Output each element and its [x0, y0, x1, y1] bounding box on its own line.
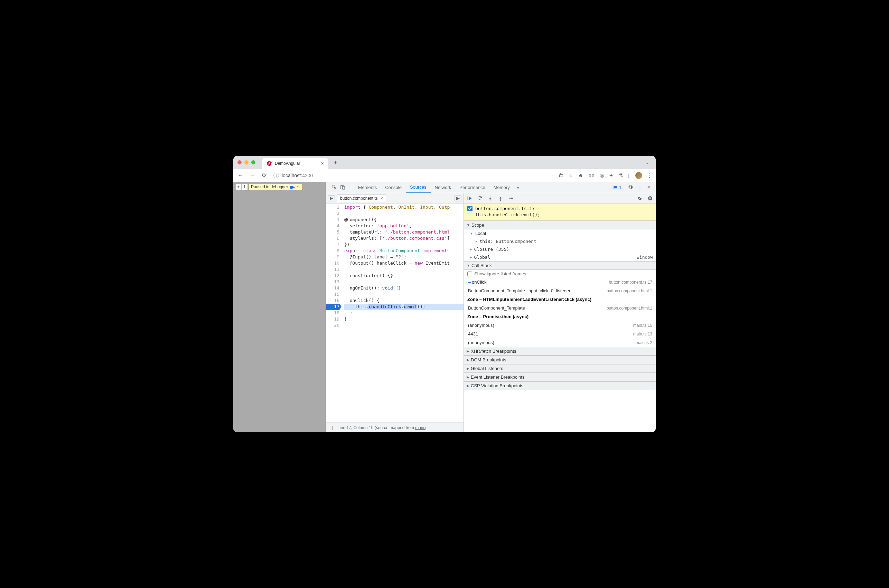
- line-number[interactable]: 16: [326, 297, 339, 304]
- code-line[interactable]: constructor() {}: [344, 273, 464, 279]
- code-line[interactable]: }): [344, 242, 464, 248]
- share-icon[interactable]: [559, 172, 564, 178]
- line-number[interactable]: 11: [326, 266, 339, 273]
- line-number[interactable]: 18: [326, 310, 339, 316]
- step-out-button[interactable]: [498, 195, 503, 201]
- browser-tab[interactable]: DemoAngular ×: [262, 158, 328, 169]
- line-number[interactable]: 8: [326, 248, 339, 254]
- code-line[interactable]: [344, 291, 464, 297]
- line-number[interactable]: 7: [326, 242, 339, 248]
- tab-close-button[interactable]: ×: [321, 160, 324, 166]
- editor-file-tab[interactable]: button.component.ts ×: [337, 195, 386, 202]
- deactivate-breakpoints-button[interactable]: [637, 195, 643, 201]
- devtools-tab-sources[interactable]: Sources: [406, 182, 431, 193]
- extensions-puzzle-icon[interactable]: ✦: [609, 172, 614, 178]
- extension-icon-2[interactable]: 👓: [588, 172, 595, 178]
- code-line[interactable]: templateUrl: './button.component.html: [344, 229, 464, 235]
- callstack-frame[interactable]: ButtonComponent_Templatebutton.component…: [464, 304, 656, 312]
- site-info-icon[interactable]: i: [273, 173, 279, 178]
- breakpoint-checkbox[interactable]: [467, 206, 473, 211]
- callstack-frame[interactable]: (anonymous)main.ts:15: [464, 321, 656, 330]
- code-line[interactable]: @Output() handleClick = new EventEmit: [344, 260, 464, 266]
- resume-button[interactable]: [467, 195, 472, 201]
- maximize-window-button[interactable]: [251, 160, 255, 165]
- close-window-button[interactable]: [237, 160, 242, 165]
- pause-on-exceptions-button[interactable]: [647, 195, 653, 201]
- line-number[interactable]: 15: [326, 291, 339, 297]
- address-bar[interactable]: i localhost:4200: [273, 173, 554, 178]
- code-line[interactable]: ngOnInit(): void {}: [344, 285, 464, 291]
- code-line[interactable]: [344, 279, 464, 285]
- line-number[interactable]: 14: [326, 285, 339, 291]
- browser-menu-icon[interactable]: ⋮: [647, 172, 652, 178]
- callstack-frame[interactable]: 4431main.ts:13: [464, 330, 656, 338]
- editor-tab-close-icon[interactable]: ×: [381, 196, 383, 201]
- line-number[interactable]: 3: [326, 217, 339, 223]
- line-number[interactable]: 6: [326, 235, 339, 242]
- back-button[interactable]: ←: [237, 172, 244, 178]
- code-line[interactable]: styleUrls: ['./button.component.css']: [344, 235, 464, 242]
- dom-breakpoints-header[interactable]: ▶DOM Breakpoints: [464, 356, 656, 364]
- callstack-frame[interactable]: (anonymous)main.js:2: [464, 338, 656, 347]
- devtools-tab-network[interactable]: Network: [431, 182, 455, 193]
- line-number[interactable]: 17: [326, 304, 339, 310]
- event-listener-breakpoints-header[interactable]: ▶Event Listener Breakpoints: [464, 373, 656, 381]
- minimize-window-button[interactable]: [244, 160, 249, 165]
- callstack-frame[interactable]: ➔onClickbutton.component.ts:17: [464, 278, 656, 286]
- step-over-button[interactable]: [477, 195, 482, 201]
- scope-section-header[interactable]: ▼ Scope: [464, 221, 656, 230]
- step-into-button[interactable]: [487, 195, 493, 201]
- code-line[interactable]: this.▸handleClick.▸emit();: [344, 304, 464, 310]
- pretty-print-icon[interactable]: { }: [329, 425, 333, 430]
- global-listeners-header[interactable]: ▶Global Listeners: [464, 364, 656, 373]
- zoom-plus-button[interactable]: +: [236, 184, 242, 190]
- device-toolbar-icon[interactable]: [340, 184, 345, 191]
- new-tab-button[interactable]: +: [331, 159, 340, 166]
- extension-icon-3[interactable]: ◎: [600, 172, 604, 178]
- line-number[interactable]: 1: [326, 204, 339, 210]
- reload-button[interactable]: ⟳: [260, 172, 268, 178]
- xhr-breakpoints-header[interactable]: ▶XHR/fetch Breakpoints: [464, 347, 656, 356]
- extension-icon-1[interactable]: ☻: [578, 172, 583, 178]
- ignore-listed-checkbox[interactable]: [467, 272, 472, 276]
- csp-breakpoints-header[interactable]: ▶CSP Violation Breakpoints: [464, 381, 656, 390]
- scope-closure-row[interactable]: ▶Closure (355): [464, 245, 656, 253]
- callstack-section-header[interactable]: ▼ Call Stack: [464, 261, 656, 270]
- labs-icon[interactable]: ⚗: [618, 172, 623, 178]
- line-number[interactable]: 9: [326, 254, 339, 260]
- code-line[interactable]: import { Component, OnInit, Input, Outp: [344, 204, 464, 210]
- settings-gear-icon[interactable]: [628, 184, 633, 191]
- sidepanel-icon[interactable]: ▯: [628, 172, 631, 178]
- callstack-frame[interactable]: ButtonComponent_Template_input_click_0_l…: [464, 286, 656, 295]
- code-line[interactable]: }: [344, 310, 464, 316]
- overlay-step-icon[interactable]: ↷: [297, 185, 300, 189]
- line-number[interactable]: 20: [326, 322, 339, 328]
- code-line[interactable]: }: [344, 316, 464, 322]
- scope-this-row[interactable]: ▶ this: ButtonComponent: [464, 237, 656, 245]
- line-number[interactable]: 2: [326, 210, 339, 217]
- forward-button[interactable]: →: [249, 172, 256, 178]
- devtools-tab-memory[interactable]: Memory: [490, 182, 514, 193]
- line-number[interactable]: 13: [326, 279, 339, 285]
- code-line[interactable]: selector: 'app-button',: [344, 223, 464, 229]
- devtools-tab-elements[interactable]: Elements: [354, 182, 381, 193]
- line-number[interactable]: 5: [326, 229, 339, 235]
- bookmark-star-icon[interactable]: ☆: [569, 172, 573, 178]
- code-editor[interactable]: 1234567891011121314151617181920 import {…: [326, 204, 464, 423]
- line-number[interactable]: 4: [326, 223, 339, 229]
- scope-local-header[interactable]: ▼Local: [464, 230, 656, 237]
- scope-global-row[interactable]: ▶Global Window: [464, 253, 656, 261]
- devtools-tab-performance[interactable]: Performance: [455, 182, 489, 193]
- code-line[interactable]: [344, 266, 464, 273]
- code-line[interactable]: [344, 322, 464, 328]
- run-snippet-icon[interactable]: ▶: [455, 195, 461, 201]
- line-number[interactable]: 12: [326, 273, 339, 279]
- devtools-menu-icon[interactable]: ⋮: [638, 185, 642, 190]
- ignore-listed-row[interactable]: Show ignore-listed frames: [464, 270, 656, 278]
- step-button[interactable]: [508, 195, 514, 201]
- source-map-link[interactable]: main.j: [415, 425, 426, 430]
- code-line[interactable]: onClick() {: [344, 297, 464, 304]
- profile-avatar[interactable]: [635, 172, 642, 179]
- more-tabs-button[interactable]: »: [514, 185, 522, 190]
- devtools-tab-console[interactable]: Console: [381, 182, 406, 193]
